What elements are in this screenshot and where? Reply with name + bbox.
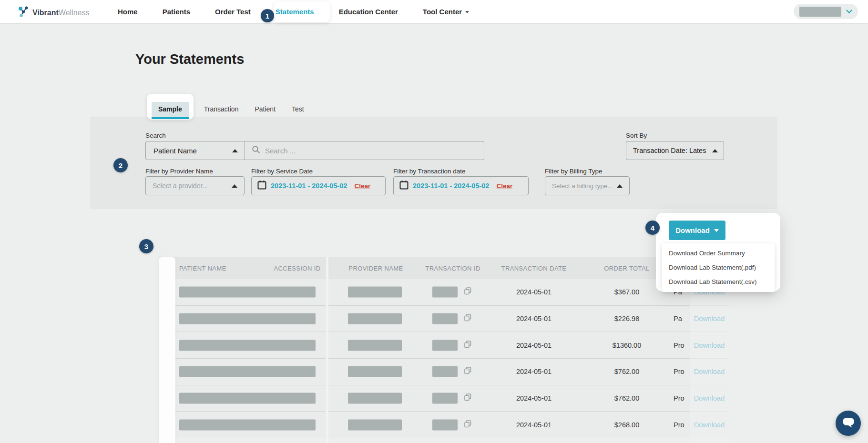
provider-name-redacted bbox=[348, 313, 402, 324]
order-total-cell: $367.00 bbox=[586, 279, 667, 305]
billing-type-filter-select[interactable]: Select a billing type... bbox=[545, 176, 630, 195]
transaction-id-redacted bbox=[432, 393, 458, 404]
provider-name-redacted bbox=[348, 393, 402, 404]
tab-patient[interactable]: Patient bbox=[254, 102, 276, 119]
copy-icon[interactable] bbox=[464, 287, 472, 297]
order-total-cell: $762.00 bbox=[586, 385, 667, 412]
table-row: 2024-05-01 $1360.00 Pro Download bbox=[159, 332, 729, 359]
table-row: 2024-05-01 $268.00 Pro Download bbox=[159, 412, 729, 438]
nav-item-education-center[interactable]: Education Center bbox=[339, 8, 398, 16]
sort-by-select[interactable]: Transaction Date: Lates bbox=[626, 141, 724, 160]
transaction-id-redacted bbox=[432, 419, 458, 430]
statement-tabs: Sample Transaction Patient Test bbox=[152, 102, 305, 119]
menu-item-download-lab-statement-pdf[interactable]: Download Lab Statement(.pdf) bbox=[662, 261, 775, 275]
patient-name-redacted bbox=[179, 313, 316, 324]
caret-up-icon bbox=[712, 149, 718, 152]
table-row: 2024-05-01 $226.98 Pa Download bbox=[159, 306, 729, 332]
billing-type-filter-label: Filter by Billing Type bbox=[545, 168, 602, 175]
menu-item-download-lab-statement-csv[interactable]: Download Lab Statement(.csv) bbox=[662, 275, 775, 289]
calendar-icon bbox=[257, 180, 266, 191]
provider-filter-select[interactable]: Select a provider... bbox=[145, 176, 245, 195]
transaction-date-cell: 2024-05-01 bbox=[481, 359, 586, 385]
search-category-value: Patient Name bbox=[153, 147, 197, 155]
filter-panel: Search Patient Name Sort By Transaction … bbox=[90, 117, 777, 209]
brand-name: VibrantWellness bbox=[32, 9, 89, 17]
statements-page: VibrantWellness Home Patients Order Test… bbox=[0, 0, 868, 443]
download-button[interactable]: Download bbox=[669, 221, 725, 240]
table-row: 2024-05-01 $367.00 Pa Download bbox=[159, 279, 729, 306]
provider-name-redacted bbox=[348, 419, 402, 430]
caret-up-icon bbox=[617, 184, 623, 188]
download-dropdown-menu: Download Order Summary Download Lab Stat… bbox=[662, 243, 775, 292]
service-date-filter[interactable]: 2023-11-01 - 2024-05-02 Clear bbox=[251, 176, 386, 195]
nav-item-home[interactable]: Home bbox=[118, 8, 138, 16]
tab-test[interactable]: Test bbox=[291, 102, 305, 119]
billing-type-cell: Pro bbox=[674, 412, 690, 438]
col-header-patient-name: PATIENT NAME bbox=[175, 265, 267, 272]
patient-name-redacted bbox=[179, 366, 316, 377]
provider-name-redacted bbox=[348, 366, 402, 377]
billing-type-cell: Pro bbox=[674, 332, 690, 358]
billing-type-cell: Pro bbox=[674, 359, 690, 385]
search-combo: Patient Name bbox=[145, 141, 484, 160]
copy-icon[interactable] bbox=[464, 340, 472, 350]
search-category-select[interactable]: Patient Name bbox=[146, 141, 245, 160]
chat-bubble-icon bbox=[842, 417, 855, 430]
table-body: 2024-05-01 $367.00 Pa Download 2024-05-0… bbox=[159, 279, 729, 438]
service-date-range-value: 2023-11-01 - 2024-05-02 bbox=[271, 182, 347, 190]
caret-up-icon bbox=[232, 149, 238, 152]
transaction-id-redacted bbox=[432, 313, 458, 324]
service-date-clear-button[interactable]: Clear bbox=[354, 182, 370, 190]
menu-item-download-order-summary[interactable]: Download Order Summary bbox=[662, 246, 775, 261]
col-header-transaction-id: TRANSACTION ID bbox=[424, 265, 481, 272]
annotation-badge-4: 4 bbox=[645, 221, 660, 235]
provider-filter-label: Filter by Provider Name bbox=[145, 168, 213, 175]
calendar-icon bbox=[399, 180, 408, 191]
tab-sample[interactable]: Sample bbox=[152, 102, 189, 119]
patient-name-redacted bbox=[179, 419, 316, 430]
brand-logo[interactable]: VibrantWellness bbox=[18, 6, 89, 20]
copy-icon[interactable] bbox=[464, 314, 472, 324]
nav-item-tool-center[interactable]: Tool Center bbox=[423, 8, 469, 16]
annotation-badge-3: 3 bbox=[139, 239, 153, 253]
nav-menu: Home Patients Order Test Statements Educ… bbox=[118, 0, 469, 23]
annotation-badge-1: 1 bbox=[261, 9, 274, 22]
search-input[interactable] bbox=[265, 147, 477, 155]
transaction-id-redacted bbox=[432, 287, 458, 298]
transaction-date-clear-button[interactable]: Clear bbox=[496, 182, 512, 190]
annotation-badge-2: 2 bbox=[113, 158, 128, 172]
nav-item-order-test[interactable]: Order Test bbox=[215, 8, 251, 16]
tab-transaction[interactable]: Transaction bbox=[203, 102, 240, 119]
search-icon bbox=[252, 145, 260, 156]
transaction-date-cell: 2024-05-01 bbox=[481, 385, 586, 412]
transaction-date-cell: 2024-05-01 bbox=[481, 306, 586, 332]
nav-item-patients[interactable]: Patients bbox=[163, 8, 190, 16]
account-name-placeholder bbox=[799, 7, 841, 17]
col-header-accession-id: ACCESSION ID bbox=[267, 265, 327, 272]
order-total-cell: $1360.00 bbox=[586, 332, 667, 358]
provider-filter-placeholder: Select a provider... bbox=[153, 182, 208, 190]
download-annotation-card: Download Download Order Summary Download… bbox=[656, 213, 780, 292]
transaction-id-redacted bbox=[432, 366, 458, 377]
table-row: 2024-05-01 $762.00 Pro Download bbox=[159, 385, 729, 412]
copy-icon[interactable] bbox=[464, 367, 472, 377]
chevron-down-icon bbox=[465, 11, 469, 13]
sort-by-value: Transaction Date: Lates bbox=[633, 147, 706, 154]
caret-down-icon bbox=[714, 229, 719, 232]
table-header-row: PATIENT NAME ACCESSION ID PROVIDER NAME … bbox=[159, 257, 729, 279]
transaction-date-range-value: 2023-11-01 - 2024-05-02 bbox=[413, 182, 489, 190]
checkbox-column-annotation-highlight bbox=[159, 257, 175, 443]
caret-up-icon bbox=[232, 184, 237, 188]
transaction-date-filter[interactable]: 2023-11-01 - 2024-05-02 Clear bbox=[393, 176, 529, 195]
order-total-cell: $268.00 bbox=[586, 412, 667, 438]
nav-item-statements[interactable]: Statements bbox=[276, 8, 314, 16]
download-column-divider bbox=[690, 279, 690, 443]
chat-launcher-button[interactable] bbox=[836, 411, 861, 436]
copy-icon[interactable] bbox=[464, 393, 472, 403]
statements-table: PATIENT NAME ACCESSION ID PROVIDER NAME … bbox=[159, 257, 729, 438]
copy-icon[interactable] bbox=[464, 420, 472, 430]
order-total-cell: $226.98 bbox=[586, 306, 667, 332]
account-menu[interactable] bbox=[794, 4, 858, 19]
billing-type-placeholder: Select a billing type... bbox=[552, 182, 613, 190]
col-header-order-total: ORDER TOTAL bbox=[586, 265, 667, 272]
